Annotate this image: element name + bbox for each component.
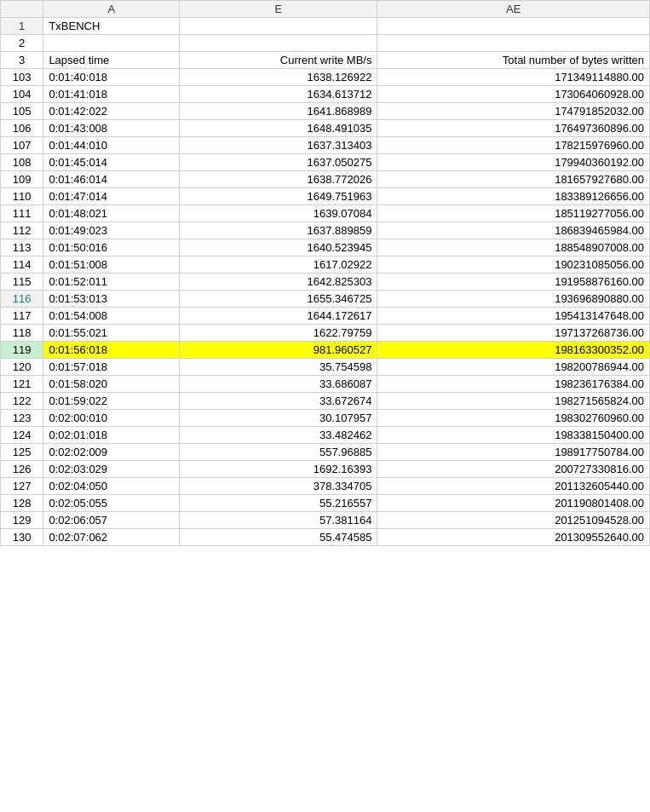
cell-ae-111[interactable]: 185119277056.00 — [377, 205, 650, 222]
cell-a-2[interactable] — [43, 35, 180, 52]
row-num-128: 128 — [1, 495, 43, 512]
cell-ae-126[interactable]: 200727330816.00 — [377, 461, 650, 478]
cell-e-120[interactable]: 35.754598 — [180, 359, 377, 376]
cell-ae-122[interactable]: 198271565824.00 — [377, 393, 650, 410]
cell-a-130[interactable]: 0:02:07:062 — [43, 529, 180, 546]
cell-ae-104[interactable]: 173064060928.00 — [377, 86, 650, 103]
cell-ae-2[interactable] — [377, 35, 650, 52]
cell-a-114[interactable]: 0:01:51:008 — [43, 256, 180, 274]
cell-ae-118[interactable]: 197137268736.00 — [377, 325, 650, 342]
cell-ae-112[interactable]: 186839465984.00 — [377, 222, 650, 239]
cell-a-127[interactable]: 0:02:04:050 — [43, 478, 180, 495]
cell-a-118[interactable]: 0:01:55:021 — [43, 325, 180, 342]
cell-e-112[interactable]: 1637.889859 — [180, 222, 377, 239]
cell-ae-117[interactable]: 195413147648.00 — [377, 308, 650, 325]
cell-a-120[interactable]: 0:01:57:018 — [43, 359, 180, 376]
cell-a-125[interactable]: 0:02:02:009 — [43, 444, 180, 461]
cell-e-3[interactable]: Current write MB/s — [180, 52, 377, 69]
cell-e-119[interactable]: 981.960527 — [180, 342, 377, 359]
cell-ae-105[interactable]: 174791852032.00 — [377, 103, 650, 120]
cell-a-115[interactable]: 0:01:52:011 — [43, 274, 180, 291]
cell-ae-109[interactable]: 181657927680.00 — [377, 171, 650, 188]
cell-a-113[interactable]: 0:01:50:016 — [43, 239, 180, 256]
cell-a-123[interactable]: 0:02:00:010 — [43, 410, 180, 427]
cell-a-129[interactable]: 0:02:06:057 — [43, 512, 180, 529]
cell-ae-125[interactable]: 198917750784.00 — [377, 444, 650, 461]
cell-a-105[interactable]: 0:01:42:022 — [43, 103, 180, 120]
cell-e-125[interactable]: 557.96885 — [180, 444, 377, 461]
cell-ae-108[interactable]: 179940360192.00 — [377, 154, 650, 171]
cell-e-105[interactable]: 1641.868989 — [180, 103, 377, 120]
cell-e-115[interactable]: 1642.825303 — [180, 274, 377, 291]
cell-e-124[interactable]: 33.482462 — [180, 427, 377, 444]
cell-e-110[interactable]: 1649.751963 — [180, 188, 377, 205]
cell-e-129[interactable]: 57.381164 — [180, 512, 377, 529]
cell-ae-130[interactable]: 201309552640.00 — [377, 529, 650, 546]
cell-a-124[interactable]: 0:02:01:018 — [43, 427, 180, 444]
cell-a-111[interactable]: 0:01:48:021 — [43, 205, 180, 222]
cell-a-107[interactable]: 0:01:44:010 — [43, 137, 180, 154]
cell-ae-116[interactable]: 193696890880.00 — [377, 291, 650, 308]
cell-ae-114[interactable]: 190231085056.00 — [377, 256, 650, 274]
cell-ae-129[interactable]: 201251094528.00 — [377, 512, 650, 529]
row-num-2: 2 — [1, 35, 43, 52]
cell-ae-107[interactable]: 178215976960.00 — [377, 137, 650, 154]
cell-e-114[interactable]: 1617.02922 — [180, 256, 377, 274]
cell-a-104[interactable]: 0:01:41:018 — [43, 86, 180, 103]
cell-e-122[interactable]: 33.672674 — [180, 393, 377, 410]
cell-e-126[interactable]: 1692.16393 — [180, 461, 377, 478]
cell-a-3[interactable]: Lapsed time — [43, 52, 180, 69]
col-header-e[interactable]: E — [180, 1, 377, 18]
cell-ae-3[interactable]: Total number of bytes written — [377, 52, 650, 69]
cell-e-128[interactable]: 55.216557 — [180, 495, 377, 512]
cell-ae-121[interactable]: 198236176384.00 — [377, 376, 650, 393]
cell-ae-119[interactable]: 198163300352.00 — [377, 342, 650, 359]
cell-ae-123[interactable]: 198302760960.00 — [377, 410, 650, 427]
cell-ae-128[interactable]: 201190801408.00 — [377, 495, 650, 512]
col-header-a[interactable]: A — [43, 1, 180, 18]
cell-e-111[interactable]: 1639.07084 — [180, 205, 377, 222]
cell-a-108[interactable]: 0:01:45:014 — [43, 154, 180, 171]
cell-e-130[interactable]: 55.474585 — [180, 529, 377, 546]
cell-ae-115[interactable]: 191958876160.00 — [377, 274, 650, 291]
cell-e-109[interactable]: 1638.772026 — [180, 171, 377, 188]
cell-a-116[interactable]: 0:01:53:013 — [43, 291, 180, 308]
cell-e-118[interactable]: 1622.79759 — [180, 325, 377, 342]
cell-ae-1[interactable] — [377, 18, 650, 35]
col-header-ae[interactable]: AE — [377, 1, 650, 18]
cell-e-117[interactable]: 1644.172617 — [180, 308, 377, 325]
cell-ae-106[interactable]: 176497360896.00 — [377, 120, 650, 137]
cell-a-110[interactable]: 0:01:47:014 — [43, 188, 180, 205]
cell-e-106[interactable]: 1648.491035 — [180, 120, 377, 137]
cell-a-126[interactable]: 0:02:03:029 — [43, 461, 180, 478]
cell-e-1[interactable] — [180, 18, 377, 35]
row-num-120: 120 — [1, 359, 43, 376]
cell-e-113[interactable]: 1640.523945 — [180, 239, 377, 256]
cell-e-116[interactable]: 1655.346725 — [180, 291, 377, 308]
cell-e-123[interactable]: 30.107957 — [180, 410, 377, 427]
cell-a-119[interactable]: 0:01:56:018 — [43, 342, 180, 359]
cell-a-117[interactable]: 0:01:54:008 — [43, 308, 180, 325]
cell-ae-103[interactable]: 171349114880.00 — [377, 69, 650, 86]
cell-a-112[interactable]: 0:01:49:023 — [43, 222, 180, 239]
cell-a-128[interactable]: 0:02:05:055 — [43, 495, 180, 512]
cell-ae-127[interactable]: 201132605440.00 — [377, 478, 650, 495]
cell-ae-124[interactable]: 198338150400.00 — [377, 427, 650, 444]
cell-e-107[interactable]: 1637.313403 — [180, 137, 377, 154]
cell-a-121[interactable]: 0:01:58:020 — [43, 376, 180, 393]
cell-ae-120[interactable]: 198200786944.00 — [377, 359, 650, 376]
cell-e-121[interactable]: 33.686087 — [180, 376, 377, 393]
cell-ae-113[interactable]: 188548907008.00 — [377, 239, 650, 256]
cell-a-109[interactable]: 0:01:46:014 — [43, 171, 180, 188]
cell-a-122[interactable]: 0:01:59:022 — [43, 393, 180, 410]
cell-e-108[interactable]: 1637.050275 — [180, 154, 377, 171]
cell-e-2[interactable] — [180, 35, 377, 52]
cell-e-127[interactable]: 378.334705 — [180, 478, 377, 495]
cell-e-103[interactable]: 1638.126922 — [180, 69, 377, 86]
cell-a-1[interactable]: TxBENCH — [43, 18, 180, 35]
cell-ae-110[interactable]: 183389126656.00 — [377, 188, 650, 205]
cell-a-106[interactable]: 0:01:43:008 — [43, 120, 180, 137]
cell-a-103[interactable]: 0:01:40:018 — [43, 69, 180, 86]
row-num-3: 3 — [1, 52, 43, 69]
cell-e-104[interactable]: 1634.613712 — [180, 86, 377, 103]
